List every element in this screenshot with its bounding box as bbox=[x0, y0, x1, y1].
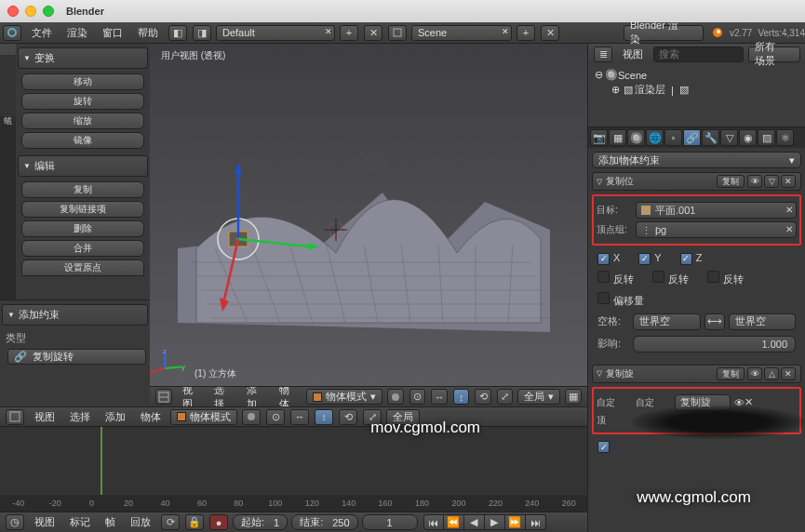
tl-manip-icon[interactable]: ↔ bbox=[290, 409, 309, 425]
tlf-view[interactable]: 视图 bbox=[27, 515, 62, 529]
manipulator-icon[interactable]: ↔ bbox=[431, 389, 448, 405]
panel-addconstraint-header[interactable]: ▼添加约束 bbox=[2, 304, 148, 326]
keyframe-prev-icon[interactable]: ⏪ bbox=[444, 514, 464, 530]
panel-transform-header[interactable]: ▼变换 bbox=[18, 47, 148, 69]
constraint1-shortname[interactable]: 复制 bbox=[717, 175, 745, 188]
menu-file[interactable]: 文件 bbox=[24, 26, 60, 40]
forward-icon[interactable]: ◨ bbox=[193, 25, 211, 41]
play-reverse-icon[interactable]: ◀ bbox=[464, 514, 485, 530]
mode-selector[interactable]: 物体模式▾ bbox=[306, 389, 382, 405]
del-layout-icon[interactable]: ✕ bbox=[364, 25, 382, 41]
vp-add[interactable]: 添加 bbox=[239, 386, 272, 406]
outliner-filter[interactable]: 所有场景 bbox=[748, 47, 800, 62]
outliner-icon[interactable]: ≣ bbox=[594, 47, 612, 62]
remove-icon-2[interactable]: ✕ bbox=[781, 367, 796, 380]
tl-select[interactable]: 选择 bbox=[62, 410, 98, 424]
influence-slider[interactable]: 1.000 bbox=[633, 336, 796, 352]
menu-window[interactable]: 窗口 bbox=[95, 26, 130, 40]
tl-manip-t-icon[interactable]: ↕ bbox=[315, 409, 333, 425]
moveup-icon-2[interactable]: △ bbox=[764, 367, 779, 380]
tab-physics[interactable]: 物理 bbox=[0, 92, 16, 104]
tab-data-icon[interactable]: ▽ bbox=[720, 129, 738, 146]
jump-start-icon[interactable]: ⏮ bbox=[423, 514, 444, 530]
tab-texture-icon[interactable]: ▨ bbox=[758, 129, 775, 146]
tab-constraints-icon[interactable]: 🔗 bbox=[683, 129, 701, 146]
constraint2-header[interactable]: ▽ 复制旋 复制 👁 △ ✕ bbox=[592, 365, 801, 383]
tlf-marker[interactable]: 标记 bbox=[62, 515, 98, 529]
set-origin-button[interactable]: 设置原点 bbox=[21, 259, 144, 276]
tl-pivot-icon[interactable]: ⊙ bbox=[266, 409, 285, 425]
tl-view[interactable]: 视图 bbox=[27, 410, 62, 424]
vg-field[interactable]: ⋮⋮pg✕ bbox=[636, 221, 797, 238]
vp-select[interactable]: 选择 bbox=[207, 386, 239, 406]
outliner-search[interactable]: 搜索 bbox=[653, 47, 744, 62]
duplicate-button[interactable]: 复制 bbox=[21, 181, 144, 198]
timeline-type-icon[interactable]: ◷ bbox=[6, 514, 24, 530]
swap-space-icon[interactable]: ⟷ bbox=[704, 313, 725, 330]
tab-modifiers-icon[interactable]: 🔧 bbox=[702, 129, 719, 146]
close-window-icon[interactable] bbox=[7, 6, 19, 17]
tab-create[interactable]: 创建 bbox=[0, 56, 16, 68]
tlf-playback[interactable]: 回放 bbox=[123, 515, 158, 529]
sync-icon[interactable]: ⟳ bbox=[161, 514, 180, 530]
tl-mode[interactable]: 物体模式 bbox=[170, 409, 237, 425]
tl-add[interactable]: 添加 bbox=[98, 410, 133, 424]
scene-selector[interactable]: Scene ✕ bbox=[411, 25, 512, 41]
layers-icon[interactable]: ▦ bbox=[565, 389, 582, 405]
tab-world-icon[interactable]: 🌐 bbox=[646, 129, 664, 146]
tab-physics-icon[interactable]: ⚛ bbox=[776, 129, 794, 146]
target-field[interactable]: 平面.001✕ bbox=[636, 202, 797, 219]
tl-shading-icon[interactable] bbox=[242, 409, 261, 425]
vp-object[interactable]: 物体 bbox=[272, 386, 304, 406]
add-scene-icon[interactable]: + bbox=[517, 25, 535, 41]
add-layout-icon[interactable]: + bbox=[340, 25, 358, 41]
vp-view[interactable]: 视图 bbox=[175, 386, 208, 406]
moveup-icon[interactable]: ▽ bbox=[764, 175, 779, 188]
scene-item[interactable]: Scene bbox=[618, 70, 647, 81]
play-icon[interactable]: ▶ bbox=[485, 514, 505, 530]
3d-viewport[interactable]: 用户视图 (透视) bbox=[150, 44, 587, 386]
editor-type-icon[interactable] bbox=[155, 389, 172, 405]
constraint-type-selector[interactable]: 🔗 复制旋转 bbox=[7, 349, 146, 365]
zoom-window-icon[interactable] bbox=[43, 6, 54, 17]
remove-icon[interactable]: ✕ bbox=[781, 175, 796, 188]
owner-space-selector[interactable]: 世界空 bbox=[633, 313, 701, 330]
menu-help[interactable]: 帮助 bbox=[130, 26, 166, 40]
tlf-frame[interactable]: 帧 bbox=[98, 515, 123, 529]
target-space-selector[interactable]: 世界空 bbox=[729, 313, 797, 330]
scale-button[interactable]: 缩放 bbox=[21, 113, 144, 129]
pivot-icon[interactable]: ⊙ bbox=[409, 389, 426, 405]
panel-edit-header[interactable]: ▼编辑 bbox=[18, 155, 148, 177]
layout-selector[interactable]: Default ✕ bbox=[216, 25, 335, 41]
rotate-button[interactable]: 旋转 bbox=[21, 93, 144, 110]
del-scene-icon[interactable]: ✕ bbox=[541, 25, 559, 41]
timeline-canvas[interactable]: -40 -20 0 20 40 60 80 100 120 140 160 18… bbox=[0, 427, 587, 512]
out-view[interactable]: 视图 bbox=[615, 47, 651, 61]
menu-render[interactable]: 渲染 bbox=[60, 26, 95, 40]
back-icon[interactable]: ◧ bbox=[168, 25, 187, 41]
tab-scene-icon[interactable]: 🔘 bbox=[627, 129, 645, 146]
scene-icon[interactable] bbox=[388, 25, 407, 41]
tab-render-icon[interactable]: 📷 bbox=[590, 129, 608, 146]
tl-object[interactable]: 物体 bbox=[133, 410, 168, 424]
render-engine-selector[interactable]: Blender 渲染 bbox=[624, 25, 704, 41]
manip-scale-icon[interactable]: ⤢ bbox=[497, 389, 514, 405]
jump-end-icon[interactable]: ⏭ bbox=[526, 514, 546, 530]
shading-solid-icon[interactable] bbox=[387, 389, 404, 405]
tab-grease[interactable]: 蜡笔 bbox=[0, 104, 16, 116]
tl-manip-r-icon[interactable]: ⟲ bbox=[339, 409, 357, 425]
move-button[interactable]: 移动 bbox=[21, 73, 144, 90]
eye-icon-2[interactable]: 👁 bbox=[747, 367, 762, 380]
end-frame-field[interactable]: 结束:250 bbox=[291, 514, 357, 530]
constraint2-shortname[interactable]: 复制 bbox=[717, 367, 745, 380]
keyframe-next-icon[interactable]: ⏩ bbox=[505, 514, 526, 530]
blender-icon[interactable] bbox=[3, 25, 21, 41]
tab-relations[interactable]: 关系 bbox=[0, 68, 16, 80]
eye-icon[interactable]: 👁 bbox=[747, 175, 762, 188]
properties-body[interactable]: 添加物体约束▾ ▽ 复制位 复制 👁 ▽ ✕ 目标: 平面.001✕ 顶点组: … bbox=[588, 148, 805, 532]
tab-tools[interactable]: 工具 bbox=[0, 44, 16, 56]
manip-translate-icon[interactable]: ↕ bbox=[453, 389, 470, 405]
renderlayer-item[interactable]: 渲染层 bbox=[635, 83, 665, 97]
manip-rotate-icon[interactable]: ⟲ bbox=[475, 389, 491, 405]
c2-x-check[interactable] bbox=[597, 441, 610, 453]
